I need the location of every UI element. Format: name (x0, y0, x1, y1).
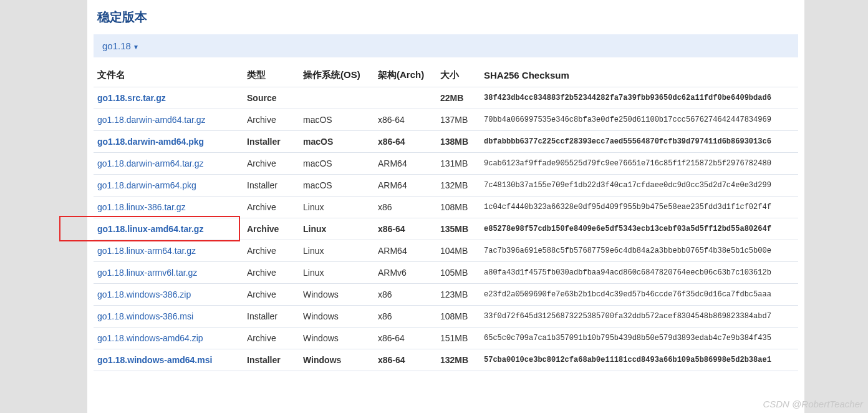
table-row: go1.18.windows-amd64.zipArchiveWindowsx8… (94, 328, 798, 349)
cell-arch: x86-64 (374, 328, 436, 349)
cell-size: 135MB (436, 218, 480, 240)
file-link[interactable]: go1.18.windows-amd64.zip (97, 333, 203, 343)
version-expand-bar[interactable]: go1.18 (94, 34, 798, 57)
table-row: go1.18.darwin-arm64.tar.gzArchivemacOSAR… (94, 153, 798, 175)
cell-type: Archive (243, 218, 299, 240)
cell-arch: ARM64 (374, 240, 436, 262)
cell-size: 104MB (436, 240, 480, 262)
col-sha: SHA256 Checksum (480, 64, 798, 87)
table-row: go1.18.windows-386.msiInstallerWindowsx8… (94, 306, 798, 328)
cell-arch (374, 87, 436, 109)
cell-arch: x86-64 (374, 218, 436, 240)
cell-arch: x86 (374, 306, 436, 328)
cell-size: 108MB (436, 306, 480, 328)
table-header-row: 文件名 类型 操作系统(OS) 架构(Arch) 大小 SHA256 Check… (94, 64, 798, 87)
cell-os (299, 87, 374, 109)
cell-os: macOS (299, 153, 374, 175)
cell-sha: 1c04cf4440b323a66328e0df95d409f955b9b475… (480, 197, 798, 218)
cell-sha: 65c5c0c709a7ca1b357091b10b795b439d8b50e5… (480, 328, 798, 349)
file-link[interactable]: go1.18.darwin-arm64.tar.gz (97, 158, 203, 168)
file-link[interactable]: go1.18.linux-arm64.tar.gz (97, 246, 196, 256)
cell-sha: 70bb4a066997535e346c8bfa3e0dfe250d61100b… (480, 109, 798, 131)
cell-size: 22MB (436, 87, 480, 109)
table-row: go1.18.windows-amd64.msiInstallerWindows… (94, 349, 798, 371)
cell-sha: 38f423db4cc834883f2b52344282fa7a39fbb936… (480, 87, 798, 109)
cell-arch: ARM64 (374, 153, 436, 175)
file-link[interactable]: go1.18.windows-386.msi (97, 311, 193, 321)
cell-size: 123MB (436, 284, 480, 306)
cell-type: Archive (243, 109, 299, 131)
file-link[interactable]: go1.18.linux-armv6l.tar.gz (97, 268, 197, 278)
cell-size: 105MB (436, 262, 480, 284)
file-link[interactable]: go1.18.darwin-amd64.tar.gz (97, 115, 206, 125)
col-file: 文件名 (94, 64, 243, 87)
cell-os: Windows (299, 306, 374, 328)
cell-sha: e85278e98f57cdb150fe8409e6e5df5343ecb13c… (480, 218, 798, 240)
table-row: go1.18.linux-386.tar.gzArchiveLinuxx8610… (94, 197, 798, 218)
file-link[interactable]: go1.18.darwin-arm64.pkg (97, 180, 196, 190)
cell-os: macOS (299, 109, 374, 131)
cell-size: 138MB (436, 131, 480, 153)
cell-arch: x86-64 (374, 109, 436, 131)
cell-sha: e23fd2a0509690fe7e63b2b1bcd4c39ed57b46cc… (480, 284, 798, 306)
content-container: 稳定版本 go1.18 文件名 类型 操作系统(OS) 架构(Arch) 大小 … (87, 0, 804, 413)
cell-type: Installer (243, 306, 299, 328)
section-title: 稳定版本 (94, 0, 798, 34)
file-link[interactable]: go1.18.src.tar.gz (97, 93, 166, 103)
table-row: go1.18.linux-arm64.tar.gzArchiveLinuxARM… (94, 240, 798, 262)
cell-os: Linux (299, 197, 374, 218)
cell-size: 132MB (436, 175, 480, 197)
cell-sha: 7ac7b396a691e588c5fb57687759e6c4db84a2a3… (480, 240, 798, 262)
table-row: go1.18.linux-armv6l.tar.gzArchiveLinuxAR… (94, 262, 798, 284)
cell-size: 132MB (436, 349, 480, 371)
cell-arch: x86-64 (374, 131, 436, 153)
col-size: 大小 (436, 64, 480, 87)
cell-os: Windows (299, 349, 374, 371)
cell-arch: x86 (374, 284, 436, 306)
cell-size: 108MB (436, 197, 480, 218)
file-link[interactable]: go1.18.linux-386.tar.gz (97, 202, 186, 212)
cell-type: Archive (243, 153, 299, 175)
cell-sha: 33f0d72f645d31256873225385700fa32ddb572a… (480, 306, 798, 328)
cell-os: Linux (299, 240, 374, 262)
table-row: go1.18.darwin-amd64.tar.gzArchivemacOSx8… (94, 109, 798, 131)
chevron-down-icon (131, 41, 138, 51)
cell-type: Installer (243, 131, 299, 153)
cell-type: Installer (243, 349, 299, 371)
cell-type: Installer (243, 175, 299, 197)
cell-os: Linux (299, 218, 374, 240)
file-link[interactable]: go1.18.windows-386.zip (97, 289, 191, 299)
cell-size: 131MB (436, 153, 480, 175)
cell-os: Linux (299, 262, 374, 284)
cell-type: Archive (243, 197, 299, 218)
cell-sha: 57cba0010ce3bc8012cfa68ab0e11181ccd8493a… (480, 349, 798, 371)
cell-type: Archive (243, 284, 299, 306)
table-row: go1.18.darwin-arm64.pkgInstallermacOSARM… (94, 175, 798, 197)
file-link[interactable]: go1.18.windows-amd64.msi (97, 355, 212, 365)
table-row: go1.18.src.tar.gzSource22MB38f423db4cc83… (94, 87, 798, 109)
col-type: 类型 (243, 64, 299, 87)
cell-os: macOS (299, 131, 374, 153)
cell-arch: x86 (374, 197, 436, 218)
cell-arch: x86-64 (374, 349, 436, 371)
file-link[interactable]: go1.18.darwin-amd64.pkg (97, 137, 204, 147)
table-row: go1.18.darwin-amd64.pkgInstallermacOSx86… (94, 131, 798, 153)
cell-sha: 9cab6123af9ffade905525d79fc9ee76651e716c… (480, 153, 798, 175)
watermark-text: CSDN @RobertTeacher (763, 399, 863, 409)
cell-sha: dbfabbbb6377c225ccf28393ecc7aed55564870f… (480, 131, 798, 153)
cell-type: Archive (243, 328, 299, 349)
cell-size: 137MB (436, 109, 480, 131)
version-label: go1.18 (102, 41, 131, 51)
cell-os: Windows (299, 284, 374, 306)
cell-arch: ARMv6 (374, 262, 436, 284)
cell-type: Source (243, 87, 299, 109)
table-row: go1.18.windows-386.zipArchiveWindowsx861… (94, 284, 798, 306)
highlight-annotation (59, 216, 240, 241)
cell-sha: a80fa43d1f4575fb030adbfbaa94acd860c68478… (480, 262, 798, 284)
cell-size: 151MB (436, 328, 480, 349)
cell-os: Windows (299, 328, 374, 349)
col-os: 操作系统(OS) (299, 64, 374, 87)
cell-arch: ARM64 (374, 175, 436, 197)
cell-type: Archive (243, 262, 299, 284)
cell-type: Archive (243, 240, 299, 262)
